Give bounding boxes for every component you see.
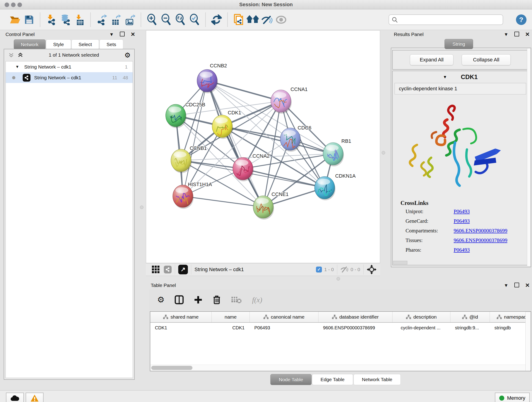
selected-nodes-checkbox-icon[interactable]: ✓	[316, 267, 322, 273]
node-CCNB2[interactable]	[197, 70, 218, 93]
zoom-window-button[interactable]	[17, 2, 22, 7]
table-hscrollbar-handle[interactable]	[151, 366, 192, 370]
network-row-selected[interactable]: String Network – cdk1 11 48	[6, 72, 133, 83]
node-CDK1[interactable]	[212, 115, 233, 139]
table-hscrollbar[interactable]	[150, 365, 531, 371]
close-panel-icon[interactable]: ✕	[525, 282, 530, 288]
hidden-eye-icon[interactable]	[341, 266, 348, 273]
bottom-splitter-handle[interactable]	[336, 277, 340, 281]
table-settings-gear-icon[interactable]: ⚙	[157, 295, 165, 305]
help-icon[interactable]: ?	[516, 14, 526, 25]
open-in-window-icon[interactable]: ↗	[178, 265, 188, 274]
zoom-out-icon[interactable]	[159, 12, 173, 28]
zoom-selected-icon[interactable]	[187, 12, 202, 28]
genecard-link[interactable]: P06493	[454, 218, 528, 224]
node-RB1[interactable]	[323, 143, 344, 166]
birds-eye-view-icon[interactable]	[152, 266, 160, 274]
show-all-eye-icon[interactable]	[274, 12, 288, 28]
cell-description[interactable]: cyclin-dependent ...	[393, 325, 450, 331]
edge-CCNA2-CDKN1A[interactable]	[243, 169, 325, 188]
hide-selected-eye-icon[interactable]	[260, 12, 274, 28]
cell-shared-name[interactable]: CDK1	[150, 325, 212, 331]
collapse-all-networks-icon[interactable]	[17, 52, 23, 58]
tab-style[interactable]: Style	[46, 39, 71, 50]
column-header[interactable]: @id	[450, 312, 490, 322]
node-CDKN1A[interactable]	[315, 177, 336, 200]
uniprot-link[interactable]: P06493	[454, 209, 528, 215]
search-input[interactable]	[398, 17, 503, 22]
close-window-button[interactable]	[5, 2, 9, 7]
show-columns-icon[interactable]	[175, 295, 184, 304]
cell-database-identifier[interactable]: 9606.ENSP00000378699	[318, 325, 393, 331]
tree-expander-icon[interactable]: ▼	[15, 65, 19, 69]
network-options-gear-icon[interactable]: ⚙	[124, 51, 131, 59]
cell-canonical-name[interactable]: P06493	[250, 325, 318, 331]
section-expander-icon[interactable]: ▼	[443, 75, 447, 80]
cell-id[interactable]: stringdb:9...	[450, 325, 490, 331]
cell-name[interactable]: CDK1	[212, 325, 250, 331]
home-pair-icon[interactable]	[246, 12, 260, 28]
column-header[interactable]: canonical name	[250, 312, 318, 322]
tab-string[interactable]: String	[444, 39, 473, 49]
pharos-link[interactable]: P06493	[454, 247, 528, 253]
cell-namespace[interactable]: stringdb	[490, 325, 531, 331]
close-panel-icon[interactable]: ✕	[131, 31, 135, 38]
annotation-icon[interactable]	[231, 12, 246, 28]
network-canvas[interactable]: CCNB2CCNA1CDC25BCDK1CDC6RB1CCNB1CCNA2CDK…	[146, 30, 380, 263]
export-network-icon[interactable]	[94, 12, 109, 28]
collapse-panel-icon[interactable]: ▼	[504, 283, 508, 288]
tab-node-table[interactable]: Node Table	[270, 374, 312, 385]
minimize-window-button[interactable]	[11, 2, 16, 7]
string-network-graph[interactable]: CCNB2CCNA1CDC25BCDK1CDC6RB1CCNB1CCNA2CDK…	[146, 31, 380, 263]
zoom-fit-icon[interactable]	[173, 12, 187, 28]
tab-edge-table[interactable]: Edge Table	[312, 374, 353, 385]
import-network-icon[interactable]	[44, 12, 58, 28]
table-row[interactable]: CDK1 CDK1 P06493 9606.ENSP00000378699 cy…	[150, 323, 531, 333]
save-session-icon[interactable]	[22, 12, 36, 28]
node-CCNB1[interactable]	[171, 149, 192, 173]
toolbar-search[interactable]	[389, 14, 503, 25]
export-image-icon[interactable]	[123, 12, 137, 28]
open-session-icon[interactable]	[8, 12, 22, 28]
right-splitter-handle[interactable]	[382, 151, 385, 154]
expand-all-button[interactable]: Expand All	[410, 54, 453, 65]
delete-column-trash-icon[interactable]	[213, 295, 221, 305]
close-panel-icon[interactable]: ✕	[525, 31, 530, 38]
tab-select[interactable]: Select	[71, 39, 99, 50]
tab-sets[interactable]: Sets	[99, 39, 123, 50]
compartments-link[interactable]: 9606.ENSP00000378699	[454, 228, 528, 234]
column-header[interactable]: name	[212, 312, 250, 322]
float-panel-icon[interactable]	[514, 32, 519, 37]
results-vscrollbar[interactable]	[527, 48, 530, 266]
float-panel-icon[interactable]	[514, 283, 519, 288]
column-header[interactable]: database identifier	[318, 312, 393, 322]
column-header[interactable]: namespace	[490, 312, 531, 322]
column-header[interactable]: shared name	[150, 312, 212, 322]
collapse-all-button[interactable]: Collapse All	[462, 54, 511, 65]
export-table-icon[interactable]	[109, 12, 123, 28]
node-CCNA2[interactable]	[233, 157, 254, 181]
node-CDC6[interactable]	[280, 128, 301, 152]
add-column-icon[interactable]	[194, 295, 203, 304]
edge-CCNB2-CCNE1[interactable]	[207, 81, 263, 207]
zoom-in-icon[interactable]	[145, 12, 159, 28]
tissues-link[interactable]: 9606.ENSP00000378699	[454, 237, 528, 243]
memory-button[interactable]: Memory	[495, 393, 530, 402]
expand-all-networks-icon[interactable]	[8, 52, 14, 58]
float-panel-icon[interactable]	[120, 32, 125, 37]
edge-HIST1H1A-CCNE1[interactable]	[183, 196, 263, 207]
node-CCNA1[interactable]	[271, 90, 292, 114]
table-vscrollbar[interactable]	[525, 312, 531, 371]
collapse-panel-icon[interactable]: ▼	[504, 32, 508, 37]
refresh-layout-icon[interactable]	[209, 12, 224, 28]
cloud-status-button[interactable]	[6, 393, 24, 402]
network-badge-icon[interactable]	[164, 266, 172, 274]
tab-network[interactable]: Network	[14, 39, 46, 50]
column-header[interactable]: description	[393, 312, 450, 322]
left-splitter-handle[interactable]	[140, 206, 143, 209]
warning-status-button[interactable]	[26, 393, 44, 402]
network-collection-row[interactable]: ▼ String Network – cdk1 1	[6, 61, 133, 72]
edge-CCNB2-HIST1H1A[interactable]	[183, 81, 207, 196]
fit-content-crosshair-icon[interactable]	[367, 265, 376, 274]
collapse-panel-icon[interactable]: ▼	[109, 32, 114, 37]
